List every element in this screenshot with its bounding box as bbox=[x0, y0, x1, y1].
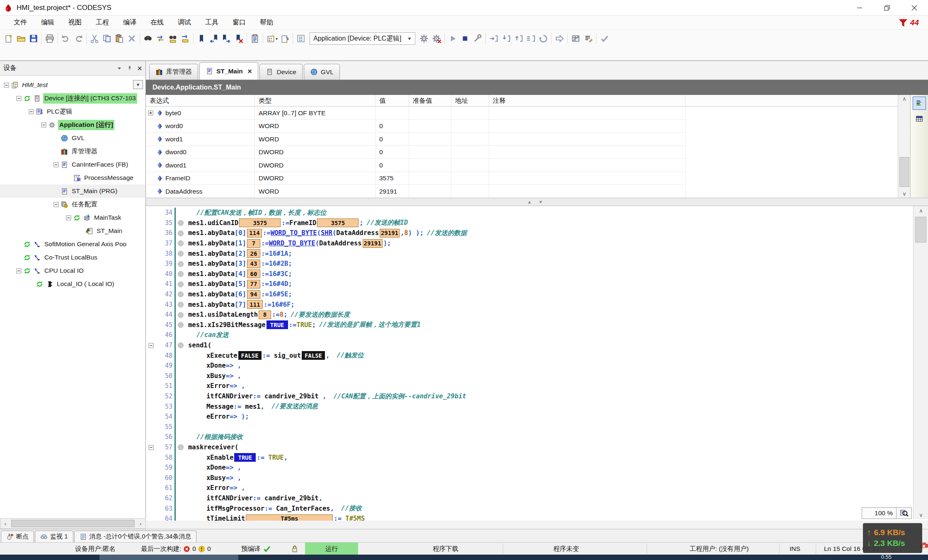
code-editor-scrollbar[interactable]: ∧ ∨ bbox=[913, 206, 928, 519]
start-button[interactable] bbox=[446, 32, 459, 45]
breakpoint-slot-icon[interactable] bbox=[178, 240, 184, 246]
breakpoint-slot-icon[interactable] bbox=[178, 291, 184, 297]
code-line-36[interactable]: 36mes1.abyData[0]114:=WORD_TO_BYTE(SHR(D… bbox=[146, 228, 913, 238]
code-line-44[interactable]: 44mes1.usiDataLength8:=8;//要发送的数据长度 bbox=[146, 310, 913, 320]
watch-row-byte0[interactable]: byte0ARRAY [0..7] OF BYTE bbox=[146, 107, 686, 120]
code-line-54[interactable]: 54eError=> ); bbox=[146, 412, 913, 422]
tree-item-Local_IO-Local-IO-[interactable]: Local_IO ( Local IO) bbox=[0, 277, 145, 291]
splitter-up-icon[interactable]: ▲ bbox=[527, 199, 532, 204]
tree-item-ST_Main-PRG-[interactable]: ST_Main (PRG) bbox=[0, 184, 145, 198]
prepared-value-cell[interactable] bbox=[409, 133, 451, 146]
expander-minus-icon[interactable] bbox=[65, 215, 71, 221]
code-line-39[interactable]: 39mes1.abyData[3]43:=16#2B; bbox=[146, 259, 913, 269]
tree-item-SoftMotion-General-Axis-Poo[interactable]: SoftMotion General Axis Poo bbox=[0, 238, 145, 251]
notification-badge[interactable]: 44 bbox=[898, 17, 919, 28]
code-line-38[interactable]: 38mes1.abyData[2]26:=16#1A; bbox=[146, 248, 913, 259]
close-button[interactable] bbox=[901, 0, 928, 16]
code-line-59[interactable]: 59xDone=> , bbox=[146, 463, 913, 473]
inline-value-box[interactable]: 29191 bbox=[380, 229, 400, 238]
logout-button[interactable] bbox=[430, 32, 443, 45]
fold-collapse-icon[interactable] bbox=[148, 445, 154, 450]
undo-button[interactable] bbox=[60, 32, 72, 45]
step-into-button[interactable] bbox=[500, 32, 512, 45]
column-header-准备值[interactable]: 准备值 bbox=[409, 95, 451, 107]
watch-row-word1[interactable]: word1WORD0 bbox=[146, 133, 686, 146]
prev-bookmark-button[interactable] bbox=[208, 32, 220, 45]
editor-tab-Device[interactable]: Device bbox=[259, 64, 302, 80]
login-button[interactable] bbox=[418, 32, 430, 45]
breakpoint-slot-icon[interactable] bbox=[178, 342, 184, 348]
inline-true-box[interactable]: TRUE bbox=[267, 320, 288, 329]
magnifier-icon[interactable] bbox=[897, 507, 912, 519]
inline-value-box[interactable]: T#5ms bbox=[246, 514, 333, 521]
clipboard-list-button[interactable] bbox=[249, 32, 261, 45]
expander-minus-icon[interactable] bbox=[16, 95, 22, 101]
scrollbar-thumb[interactable] bbox=[11, 520, 135, 527]
panel-tab-断点[interactable]: 断点 bbox=[1, 531, 34, 542]
inline-value-box[interactable]: 7 bbox=[247, 239, 260, 248]
redo-button[interactable] bbox=[72, 32, 85, 45]
scroll-left-arrow-icon[interactable]: ‹ bbox=[0, 521, 10, 527]
inline-true-box[interactable]: TRUE bbox=[234, 453, 256, 462]
column-header-地址[interactable]: 地址 bbox=[451, 95, 489, 107]
expander-minus-icon[interactable] bbox=[28, 109, 34, 114]
menu-item-在线[interactable]: 在线 bbox=[143, 17, 171, 29]
code-line-41[interactable]: 41mes1.abyData[5]77:=16#4D; bbox=[146, 279, 913, 289]
inline-value-box[interactable]: 111 bbox=[247, 300, 263, 309]
code-line-61[interactable]: 61xError=> , bbox=[146, 483, 913, 493]
code-line-42[interactable]: 42mes1.abyData[6]94:=16#5E; bbox=[146, 289, 913, 300]
inline-false-box[interactable]: FALSE bbox=[238, 351, 262, 360]
breakpoint-slot-icon[interactable] bbox=[178, 444, 184, 450]
inline-value-box[interactable]: 8 bbox=[259, 310, 271, 319]
watch-row-FrameID[interactable]: FrameIDDWORD3575 bbox=[146, 172, 686, 185]
breakpoint-slot-icon[interactable] bbox=[178, 261, 184, 267]
menu-item-窗口[interactable]: 窗口 bbox=[225, 17, 253, 29]
tree-item-库管理器[interactable]: 库管理器 bbox=[0, 145, 145, 158]
scroll-up-arrow-icon[interactable]: ∧ bbox=[898, 96, 911, 102]
paste-button[interactable] bbox=[113, 32, 126, 45]
active-application-selector[interactable]: Application [Device: PLC逻辑] ▼ bbox=[310, 32, 415, 45]
code-line-55[interactable]: 55 bbox=[146, 422, 913, 432]
restore-button[interactable] bbox=[873, 0, 901, 16]
step-over-button[interactable] bbox=[487, 32, 500, 45]
watch-row-word0[interactable]: word0WORD0 bbox=[146, 120, 686, 133]
editor-tab-库管理器[interactable]: 库管理器 bbox=[149, 64, 198, 80]
inline-value-box[interactable]: 94 bbox=[247, 290, 260, 299]
code-line-50[interactable]: 50xBusy=> , bbox=[146, 371, 913, 381]
new-file-button[interactable] bbox=[2, 32, 15, 45]
breakpoint-slot-icon[interactable] bbox=[178, 312, 184, 318]
code-line-64[interactable]: 64tTimeLimitT#5ms:= T#5MS bbox=[146, 514, 913, 521]
tree-item-ST_Main[interactable]: ST_Main bbox=[0, 224, 145, 238]
menu-item-工具[interactable]: 工具 bbox=[198, 17, 225, 29]
code-line-53[interactable]: 53Message:= mes1, //要发送的消息 bbox=[146, 401, 913, 412]
input-assistant-button[interactable] bbox=[295, 32, 307, 45]
menu-item-文件[interactable]: 文件 bbox=[7, 17, 34, 29]
column-header-表达式[interactable]: 表达式 bbox=[146, 95, 255, 107]
column-header-类型[interactable]: 类型 bbox=[255, 95, 376, 107]
tree-item-Co-Trust-LocalBus[interactable]: Co-Trust LocalBus bbox=[0, 251, 145, 264]
minimize-button[interactable] bbox=[846, 0, 873, 16]
recompile-button[interactable] bbox=[598, 32, 611, 45]
code-line-62[interactable]: 62itfCANDriver:= candrive_29bit, bbox=[146, 493, 913, 504]
inline-value-box[interactable]: 43 bbox=[247, 259, 260, 268]
code-line-34[interactable]: 34//配置CAN发送，帧ID，数据，长度，标志位 bbox=[146, 208, 913, 218]
watch-row-dword1[interactable]: dword1DWORD0 bbox=[146, 159, 686, 172]
run-to-cursor-button[interactable] bbox=[553, 32, 566, 45]
code-line-57[interactable]: 57maskreceiver( bbox=[146, 442, 913, 453]
scrollbar-thumb[interactable] bbox=[899, 157, 909, 187]
menu-item-视图[interactable]: 视图 bbox=[61, 17, 89, 29]
inline-value-box[interactable]: 3575 bbox=[239, 218, 281, 227]
tree-item-dropdown-button[interactable]: ▼ bbox=[133, 80, 143, 89]
tree-item-Application-运行-[interactable]: Application [运行] bbox=[0, 118, 145, 131]
copy-button[interactable] bbox=[101, 32, 113, 45]
expander-plus-icon[interactable] bbox=[148, 110, 153, 116]
st-code-editor[interactable]: 34//配置CAN发送，帧ID，数据，长度，标志位35mes1.udiCanID… bbox=[146, 206, 913, 521]
code-line-45[interactable]: 45mes1.xIs29BitMessageTRUE:=TRUE;//发送的是扩… bbox=[146, 320, 913, 330]
column-header-注释[interactable]: 注释 bbox=[489, 95, 686, 107]
code-line-56[interactable]: 56//根据掩码接收 bbox=[146, 432, 913, 442]
replace-button[interactable] bbox=[154, 32, 167, 45]
scrollbar-thumb[interactable] bbox=[915, 217, 926, 242]
flow-control-button[interactable] bbox=[569, 32, 582, 45]
prepared-value-cell[interactable] bbox=[409, 120, 451, 133]
expander-minus-icon[interactable] bbox=[16, 268, 22, 274]
